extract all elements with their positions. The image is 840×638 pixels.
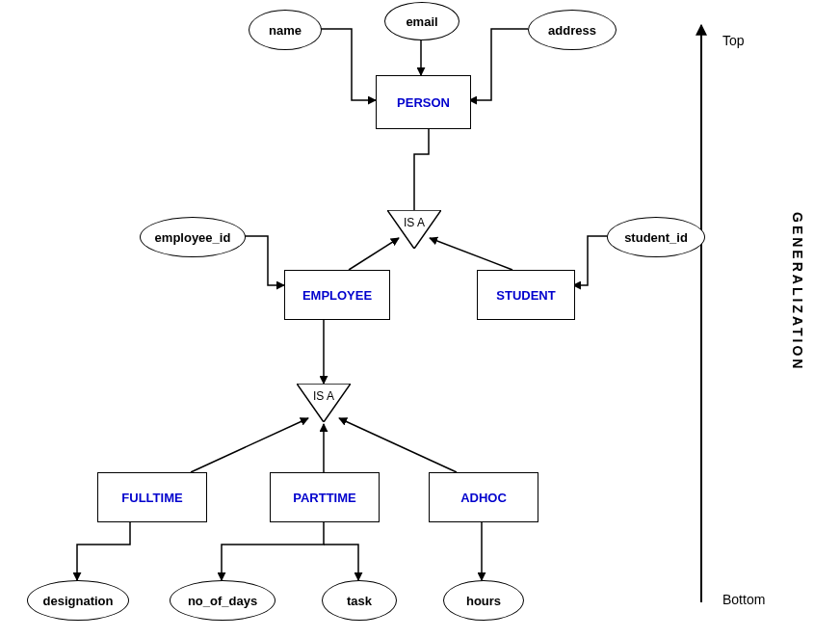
entity-person-label: PERSON [397, 95, 450, 110]
attr-email-label: email [406, 14, 437, 29]
entity-employee-label: EMPLOYEE [302, 288, 372, 303]
svg-line-2 [191, 418, 308, 472]
attr-name-label: name [269, 23, 302, 38]
entity-student-label: STUDENT [496, 288, 555, 303]
isa-node-2-label: IS A [297, 389, 351, 403]
attr-task: task [322, 580, 397, 621]
attr-designation-label: designation [43, 594, 114, 608]
attr-employee-id-label: employee_id [155, 230, 231, 245]
attr-email: email [384, 2, 459, 40]
attr-address: address [528, 10, 617, 50]
attr-student-id-label: student_id [624, 230, 688, 245]
annotation-generalization: GENERALIZATION [790, 212, 805, 371]
entity-person: PERSON [376, 75, 471, 129]
entity-adhoc-label: ADHOC [460, 491, 507, 505]
attr-designation: designation [27, 580, 129, 621]
svg-line-1 [430, 238, 512, 270]
isa-node-1: IS A [387, 210, 441, 249]
isa-node-2: IS A [297, 384, 351, 422]
attr-employee-id: employee_id [140, 217, 246, 257]
entity-fulltime: FULLTIME [97, 472, 207, 522]
attr-hours: hours [443, 580, 524, 621]
attr-no-of-days: no_of_days [170, 580, 276, 621]
annotation-bottom: Bottom [722, 592, 765, 607]
er-diagram: name email address PERSON IS A employee_… [0, 0, 840, 638]
entity-student: STUDENT [477, 270, 575, 320]
attr-hours-label: hours [466, 594, 501, 608]
attr-task-label: task [347, 594, 372, 608]
isa-node-1-label: IS A [387, 216, 441, 229]
entity-employee: EMPLOYEE [284, 270, 390, 320]
attr-no-of-days-label: no_of_days [188, 594, 257, 608]
svg-line-4 [339, 418, 457, 472]
entity-parttime: PARTTIME [270, 472, 380, 522]
entity-parttime-label: PARTTIME [293, 491, 355, 505]
entity-adhoc: ADHOC [429, 472, 538, 522]
attr-name: name [249, 10, 322, 50]
attr-student-id: student_id [607, 217, 705, 257]
annotation-top: Top [722, 33, 745, 48]
attr-address-label: address [548, 23, 596, 38]
entity-fulltime-label: FULLTIME [121, 491, 182, 505]
